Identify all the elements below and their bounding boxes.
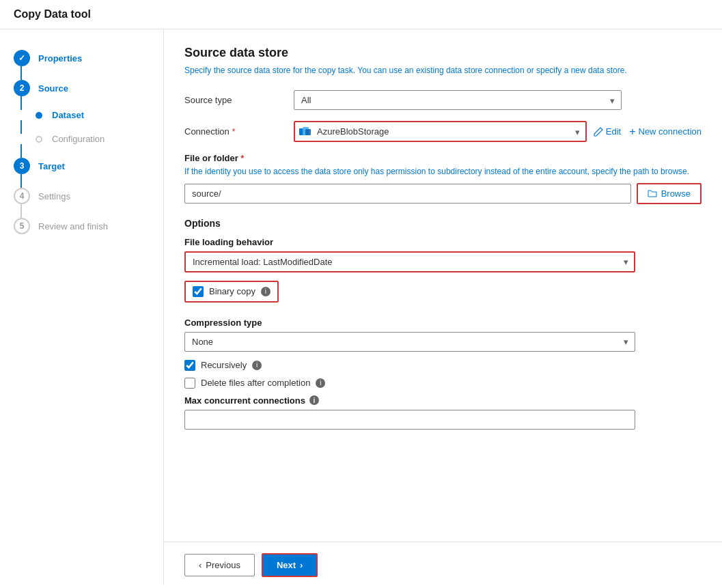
file-folder-label: File or folder * xyxy=(184,153,702,163)
source-type-select-wrapper: All Azure Blob Storage Azure Data Lake A… xyxy=(294,90,622,110)
binary-copy-wrapper: Binary copy i xyxy=(184,281,702,309)
file-folder-section: File or folder * If the identity you use… xyxy=(184,153,702,204)
sidebar-item-target[interactable]: 3 Target xyxy=(0,151,163,181)
connection-actions: Edit + New connection xyxy=(594,126,702,138)
max-connections-input-wrapper xyxy=(184,410,635,430)
compression-type-label: Compression type xyxy=(184,318,702,328)
file-loading-dropdown-wrapper: Incremental load: LastModifiedDate Load … xyxy=(184,251,635,272)
max-connections-info-icon: i xyxy=(309,395,319,405)
connection-label: Connection * xyxy=(184,126,294,137)
delete-files-info-icon: i xyxy=(316,378,325,388)
prev-arrow-icon: ‹ xyxy=(199,560,202,570)
connection-select[interactable]: AzureBlobStorage xyxy=(294,121,587,142)
file-loading-label: File loading behavior xyxy=(184,237,702,247)
binary-copy-label[interactable]: Binary copy i xyxy=(184,281,279,303)
edit-link[interactable]: Edit xyxy=(594,126,621,137)
file-input-wrapper xyxy=(184,184,631,204)
connection-select-wrapper: AzureBlobStorage ▾ xyxy=(294,121,587,142)
section-title: Source data store xyxy=(184,46,702,60)
recursively-label[interactable]: Recursively xyxy=(201,360,247,370)
step-circle-settings: 4 xyxy=(14,188,30,204)
browse-button[interactable]: Browse xyxy=(637,183,702,204)
step-circle-target: 3 xyxy=(14,158,30,174)
main-content: Source data store Specify the source dat… xyxy=(164,29,722,585)
new-connection-link[interactable]: + New connection xyxy=(629,126,702,138)
folder-icon xyxy=(648,189,657,197)
source-type-select[interactable]: All Azure Blob Storage Azure Data Lake A… xyxy=(294,90,622,110)
recursively-checkbox[interactable] xyxy=(184,360,195,371)
step-circle-dataset xyxy=(36,112,42,119)
binary-copy-checkbox[interactable] xyxy=(193,286,204,297)
next-arrow-icon: › xyxy=(300,560,303,570)
app-title: Copy Data tool xyxy=(0,0,722,29)
step-label-review: Review and finish xyxy=(38,221,108,232)
file-folder-input[interactable] xyxy=(184,184,631,204)
max-connections-section: Max concurrent connections i xyxy=(184,395,702,430)
delete-files-row: Delete files after completion i xyxy=(184,378,702,389)
file-loading-select[interactable]: Incremental load: LastModifiedDate Load … xyxy=(184,251,635,272)
step-circle-configuration xyxy=(36,136,42,143)
delete-files-label[interactable]: Delete files after completion xyxy=(201,378,310,388)
binary-copy-info-icon: i xyxy=(261,287,270,296)
file-input-row: Browse xyxy=(184,183,702,204)
recursively-row: Recursively i xyxy=(184,360,702,371)
max-connections-input[interactable] xyxy=(184,410,635,430)
source-type-control: All Azure Blob Storage Azure Data Lake A… xyxy=(294,90,622,110)
step-label-dataset: Dataset xyxy=(52,110,84,120)
options-section: Options File loading behavior Incrementa… xyxy=(184,218,702,430)
sidebar: ✓ Properties 2 Source Dataset Configurat… xyxy=(0,29,164,585)
delete-files-checkbox[interactable] xyxy=(184,378,195,389)
step-circle-review: 5 xyxy=(14,218,30,234)
file-folder-hint: If the identity you use to access the da… xyxy=(184,166,702,178)
pencil-icon xyxy=(594,127,603,137)
max-connections-label: Max concurrent connections i xyxy=(184,395,702,406)
step-label-settings: Settings xyxy=(38,191,70,201)
step-label-target: Target xyxy=(38,161,65,171)
sidebar-item-settings[interactable]: 4 Settings xyxy=(0,181,163,211)
previous-button[interactable]: ‹ Previous xyxy=(184,554,255,576)
step-label-properties: Properties xyxy=(38,53,82,64)
sidebar-item-configuration[interactable]: Configuration xyxy=(0,127,163,151)
source-type-row: Source type All Azure Blob Storage Azure… xyxy=(184,90,702,110)
sidebar-item-review[interactable]: 5 Review and finish xyxy=(0,211,163,241)
step-label-configuration: Configuration xyxy=(52,134,105,144)
sidebar-item-source[interactable]: 2 Source xyxy=(0,73,163,103)
compression-type-select[interactable]: None GZip BZip2 Deflate xyxy=(184,332,635,352)
sidebar-item-dataset[interactable]: Dataset xyxy=(0,103,163,127)
section-desc: Specify the source data store for the co… xyxy=(184,64,702,76)
compression-dropdown-wrapper: None GZip BZip2 Deflate xyxy=(184,332,635,352)
step-circle-source: 2 xyxy=(14,80,30,96)
connection-row: Connection * AzureBlobStorage ▾ xyxy=(184,121,702,142)
step-label-source: Source xyxy=(38,83,68,94)
connection-required: * xyxy=(232,126,235,137)
options-title: Options xyxy=(184,218,702,229)
file-folder-required: * xyxy=(240,153,244,163)
next-button[interactable]: Next › xyxy=(262,553,318,577)
sidebar-item-properties[interactable]: ✓ Properties xyxy=(0,43,163,73)
recursively-info-icon: i xyxy=(252,361,262,370)
step-circle-properties: ✓ xyxy=(14,50,30,66)
source-type-label: Source type xyxy=(184,95,294,105)
footer: ‹ Previous Next › xyxy=(164,542,722,585)
compression-section: Compression type None GZip BZip2 Deflate xyxy=(184,318,702,352)
plus-icon: + xyxy=(629,126,635,138)
